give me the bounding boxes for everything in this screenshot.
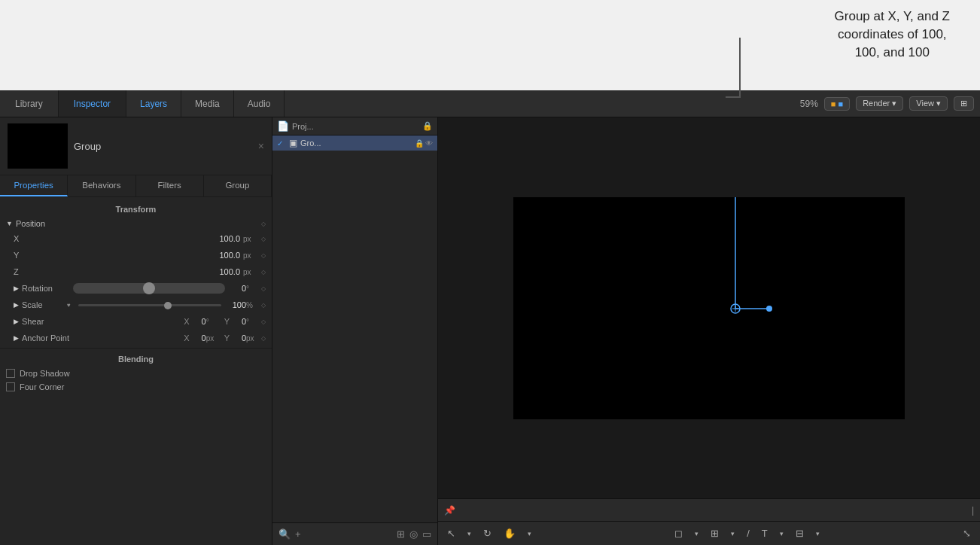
shear-y-unit: ° — [246, 318, 258, 326]
corner-tool[interactable]: ⤡ — [960, 526, 974, 540]
inspector-panel: Group × Properties Behaviors Filters Gro… — [0, 117, 272, 545]
left-tabs: Library Inspector — [0, 90, 126, 117]
shear-label: Shear — [22, 317, 67, 326]
anchor-x-label: X — [184, 333, 189, 343]
shear-y-label: Y — [224, 317, 230, 326]
prop-row-anchor: ▶ Anchor Point X 0 px Y 0 px ◇ — [0, 330, 272, 346]
effects-tool[interactable]: ⊟ — [793, 526, 807, 540]
layers-add-icon[interactable]: + — [295, 528, 301, 540]
y-diamond: ◇ — [261, 252, 266, 259]
scale-label: Scale — [22, 300, 67, 309]
scale-heart-icon: ♥ — [67, 302, 71, 309]
four-corner-label: Four Corner — [20, 382, 64, 391]
shear-y-value[interactable]: 0 — [233, 317, 246, 326]
hand-tool[interactable]: ✋ — [501, 526, 519, 540]
rotation-slider-handle[interactable] — [143, 282, 155, 294]
group-layer-name: Gro... — [300, 139, 321, 148]
anchor-y-value[interactable]: 0 — [233, 333, 246, 343]
prop-row-shear: ▶ Shear X 0 ° Y 0 ° ◇ — [0, 313, 272, 330]
layers-search-icon[interactable]: 🔍 — [278, 528, 291, 540]
hand-dropdown[interactable]: ▾ — [525, 528, 534, 539]
layer-item-group[interactable]: ✓ ▣ Gro... 🔒 👁 — [272, 135, 437, 151]
layer-lock-icon: 🔒 — [415, 139, 424, 148]
tab-filters[interactable]: Filters — [136, 175, 204, 196]
x-value[interactable]: 100.0 — [210, 234, 240, 243]
align-tool[interactable]: ⊞ — [708, 526, 722, 540]
four-corner-checkbox[interactable] — [6, 382, 15, 391]
tab-layers[interactable]: Layers — [126, 90, 181, 117]
z-value-area: 100.0 px ◇ — [210, 267, 266, 276]
shear-x-label: X — [184, 317, 189, 326]
layers-toolbar: 📄 Proj... 🔒 — [272, 117, 437, 135]
lock-icon: 🔒 — [422, 121, 433, 131]
view-btn[interactable]: View ▾ — [909, 96, 948, 111]
layers-tabs: Layers Media Audio — [126, 90, 285, 117]
audio-label: Audio — [248, 99, 271, 109]
tab-media[interactable]: Media — [181, 90, 234, 117]
scale-value[interactable]: 100 — [227, 300, 246, 309]
layers-label: Layers — [140, 99, 167, 109]
canvas-area: 📌 | ↖ ▾ ↻ ✋ ▾ ◻ ▾ ⊞ — [438, 117, 980, 545]
layers-grid-icon[interactable]: ⊞ — [397, 528, 405, 540]
drop-shadow-label: Drop Shadow — [20, 369, 70, 378]
tab-audio[interactable]: Audio — [234, 90, 285, 117]
drop-shadow-checkbox[interactable] — [6, 369, 15, 378]
shape-tool[interactable]: ◻ — [671, 526, 686, 540]
prop-row-rotation: ▶ Rotation 0 ° ◇ — [0, 280, 272, 297]
display-btn[interactable]: ⊞ — [954, 96, 974, 111]
tab-properties[interactable]: Properties — [0, 175, 68, 196]
y-label: Y — [14, 251, 59, 260]
cursor-tool[interactable]: ↖ — [444, 526, 458, 540]
y-value-area: 100.0 px ◇ — [210, 251, 266, 260]
rotation-value[interactable]: 0 — [231, 284, 246, 293]
layers-rect-icon[interactable]: ▭ — [422, 528, 431, 540]
rotate-tool[interactable]: ↻ — [480, 526, 495, 540]
group-layer-icon: ▣ — [289, 138, 297, 148]
z-value[interactable]: 100.0 — [210, 267, 240, 276]
rotation-label: Rotation — [22, 284, 67, 293]
position-group-header[interactable]: ▼ Position ◇ — [0, 217, 272, 230]
text-dropdown[interactable]: ▾ — [777, 528, 787, 539]
prop-row-scale: ▶ Scale ♥ 100 % ◇ — [0, 297, 272, 313]
scale-diamond: ◇ — [261, 302, 266, 309]
library-label: Library — [15, 99, 43, 109]
svg-point-5 — [766, 306, 772, 312]
render-btn[interactable]: Render ▾ — [856, 96, 903, 111]
effects-dropdown[interactable]: ▾ — [813, 528, 823, 539]
x-label: X — [14, 234, 59, 243]
inspector-label: Inspector — [74, 99, 111, 109]
panel-close-btn[interactable]: × — [258, 140, 264, 152]
x-value-area: 100.0 px ◇ — [210, 234, 266, 243]
y-unit: px — [243, 251, 255, 260]
tab-behaviors[interactable]: Behaviors — [68, 175, 135, 196]
text-tool[interactable]: T — [759, 526, 771, 540]
y-value[interactable]: 100.0 — [210, 251, 240, 260]
layers-bottom-bar: 🔍 + ⊞ ◎ ▭ — [272, 522, 437, 545]
proj-name: Proj... — [292, 122, 314, 131]
color-swatch-btn[interactable]: ■■ — [824, 97, 850, 111]
tab-inspector[interactable]: Inspector — [59, 90, 126, 117]
anchor-triangle: ▶ — [14, 334, 19, 342]
anchor-label: Anchor Point — [22, 333, 82, 343]
scale-slider-handle[interactable] — [164, 302, 172, 309]
position-diamond: ◇ — [261, 221, 266, 227]
transform-header: Transform — [0, 200, 272, 217]
align-dropdown[interactable]: ▾ — [728, 528, 738, 539]
layers-circle-icon[interactable]: ◎ — [409, 528, 418, 540]
x-unit: px — [243, 235, 255, 243]
z-label: Z — [14, 267, 59, 276]
pen-tool[interactable]: / — [744, 526, 753, 540]
scale-triangle: ▶ — [14, 301, 19, 309]
tab-group[interactable]: Group — [204, 175, 272, 196]
blending-header: Blending — [0, 350, 272, 367]
anchor-x-unit: px — [206, 334, 218, 343]
tab-library[interactable]: Library — [0, 90, 59, 117]
top-bar-right: 59% ■■ Render ▾ View ▾ ⊞ — [800, 96, 980, 111]
anchor-x-value[interactable]: 0 — [193, 333, 206, 343]
shape-dropdown[interactable]: ▾ — [692, 528, 702, 539]
prop-row-z: Z 100.0 px ◇ — [0, 263, 272, 280]
top-annotation: Group at X, Y, and Z coordinates of 100,… — [0, 0, 980, 90]
position-triangle: ▼ — [6, 220, 13, 227]
shear-x-value[interactable]: 0 — [193, 317, 206, 326]
cursor-dropdown[interactable]: ▾ — [464, 528, 474, 539]
